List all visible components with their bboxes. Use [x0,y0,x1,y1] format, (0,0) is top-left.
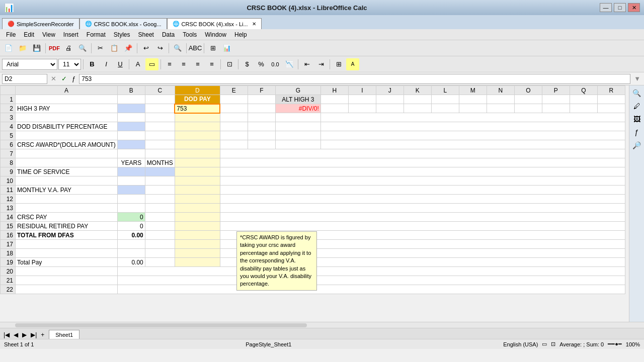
justify-button[interactable]: ≡ [205,58,218,70]
cell-K1[interactable] [404,95,431,104]
cell-C3[interactable] [145,113,175,122]
col-header-F[interactable]: F [248,86,275,95]
menu-view[interactable]: View [38,30,59,39]
cell-C7[interactable] [145,149,175,158]
cell-A19[interactable]: Total Pay [16,258,118,267]
cell-J2[interactable] [376,104,404,113]
cell-C4[interactable] [145,122,175,131]
cell-A11[interactable]: MONTHLY V.A. PAY [16,186,118,195]
cell-C5[interactable] [145,131,175,140]
cell-E11[interactable] [220,186,625,195]
redo-button[interactable]: ↪ [153,42,167,54]
spreadsheet-main[interactable]: A B C D E F G H I J K L M N O P Q [0,85,629,322]
menu-edit[interactable]: Edit [20,30,38,39]
align-right-button[interactable]: ≡ [191,58,204,70]
align-left-button[interactable]: ≡ [163,58,176,70]
cell-E5[interactable] [220,131,248,140]
align-center-button[interactable]: ≡ [177,58,190,70]
sidebar-btn-2[interactable]: 🖊 [631,101,642,112]
new-button[interactable]: 📄 [2,42,15,54]
cell-N1[interactable] [487,95,514,104]
cell-N2[interactable] [487,104,514,113]
menu-help[interactable]: Help [230,30,251,39]
cell-H6[interactable] [320,140,625,149]
font-color-button[interactable]: A [131,58,144,70]
sheet-last-button[interactable]: ▶| [29,331,38,339]
menu-styles[interactable]: Styles [110,30,134,39]
cell-O2[interactable] [514,104,542,113]
cell-B20[interactable] [117,267,625,276]
cell-reference-input[interactable] [2,74,47,84]
cell-D12[interactable] [175,195,220,204]
cell-C12[interactable] [145,195,175,204]
cell-R1[interactable] [597,95,625,104]
cell-D13[interactable] [175,204,220,213]
cell-E1[interactable] [220,95,248,104]
pdf-button[interactable]: PDF [48,42,61,54]
cell-E3[interactable] [220,113,248,122]
cell-A1[interactable] [16,95,118,104]
find-button[interactable]: 🔍 [171,42,184,54]
cell-A10[interactable] [16,176,118,186]
cell-C2[interactable] [145,104,175,113]
cell-O1[interactable] [514,95,542,104]
cell-H2[interactable] [320,104,348,113]
cell-F3[interactable] [248,113,275,122]
cell-A2[interactable]: HIGH 3 PAY [16,104,118,113]
cell-Q1[interactable] [570,95,597,104]
cell-A5[interactable] [16,131,118,140]
cell-C14[interactable] [145,213,175,222]
cell-D11[interactable] [175,186,220,195]
sheet-add-button[interactable]: + [39,331,46,339]
function-wizard-button[interactable]: ✕ [49,75,58,82]
cell-A9[interactable]: TIME OF SERVICE [16,167,118,176]
sheet-next-button[interactable]: ▶ [21,331,28,339]
cell-E4[interactable] [220,122,248,131]
cell-D1[interactable]: DOD PAY [175,95,220,104]
cell-F4[interactable] [248,122,275,131]
menu-data[interactable]: Data [158,30,179,39]
cell-E12[interactable] [220,195,625,204]
col-header-M[interactable]: M [459,86,487,95]
zoom-slider[interactable]: ━━●━ [608,341,622,347]
cell-B18[interactable] [117,249,145,258]
horizontal-scrollbar[interactable] [15,323,307,327]
percent-button[interactable]: % [255,58,268,70]
cell-A18[interactable] [16,249,118,258]
cell-A15[interactable]: RESIDUAL RETIRED PAY [16,222,118,231]
cell-A20[interactable] [16,267,118,276]
cell-G3[interactable] [275,113,320,122]
cell-P2[interactable] [542,104,570,113]
cell-C13[interactable] [145,204,175,213]
cell-H1[interactable] [320,95,348,104]
menu-tools[interactable]: Tools [179,30,201,39]
cell-K2[interactable] [404,104,431,113]
cell-B22[interactable] [117,285,625,294]
print-button[interactable]: 🖨 [62,42,75,54]
cell-D10[interactable] [175,176,220,186]
cell-G4[interactable] [275,122,320,131]
browser-tab-3[interactable]: 🌐 CRSC BOOK (4).xlsx - Li... ✕ [167,18,262,29]
cell-D19[interactable] [175,258,220,267]
view-page-button[interactable]: ⊡ [551,341,555,347]
cell-B12[interactable] [117,195,145,204]
copy-button[interactable]: 📋 [108,42,121,54]
cell-L2[interactable] [431,104,459,113]
cell-H4[interactable] [320,122,625,131]
accept-button[interactable]: ✓ [60,75,68,82]
cell-D16[interactable] [175,231,220,240]
browser-tab-1[interactable]: 🔴 SimpleScreenRecorder [2,18,79,29]
cell-F5[interactable] [248,131,275,140]
sheet-first-button[interactable]: |◀ [2,331,11,339]
indent-less-button[interactable]: ⇤ [300,58,313,70]
col-header-G[interactable]: G [275,86,320,95]
sheet-prev-button[interactable]: ◀ [12,331,20,339]
cell-M2[interactable] [459,104,487,113]
cell-C10[interactable] [145,176,175,186]
cell-A22[interactable] [16,285,118,294]
cell-D15[interactable] [175,222,220,231]
font-name-selector[interactable]: Arial [2,59,57,70]
cell-B15[interactable]: 0 [117,222,145,231]
font-size-selector[interactable]: 11 [58,59,81,70]
cell-B6[interactable] [117,140,145,149]
